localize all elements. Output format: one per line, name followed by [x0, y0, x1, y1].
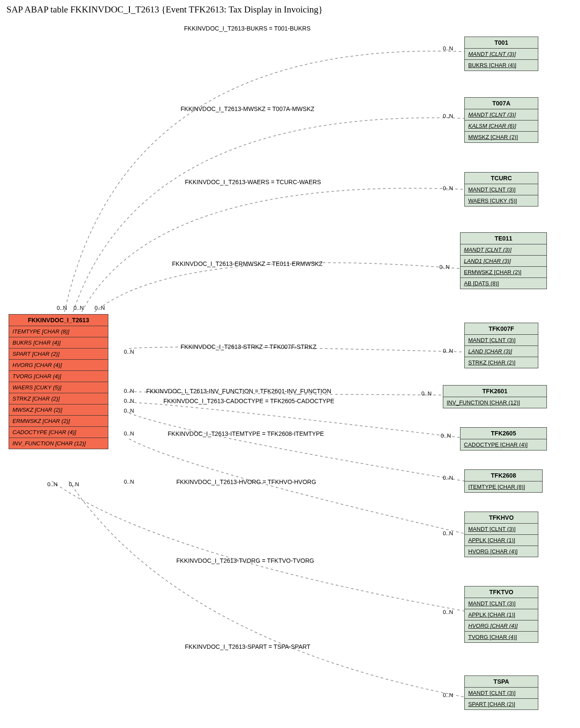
field: ITEMTYPE [CHAR (8)] [465, 481, 542, 492]
entity-header: T001 [465, 37, 538, 49]
field: STRKZ [CHAR (2)] [9, 393, 108, 404]
entity-header: TE011 [460, 233, 546, 244]
field: HVORG [CHAR (4)] [465, 620, 538, 632]
cardinality: 0..N [443, 348, 453, 354]
field: MANDT [CLNT (3)] [465, 49, 538, 60]
cardinality: 0..N [443, 609, 453, 615]
cardinality: 0..N [443, 692, 453, 698]
relation-label: FKKINVDOC_I_T2613-BUKRS = T001-BUKRS [184, 25, 310, 32]
field: WAERS [CUKY (5)] [9, 382, 108, 393]
field: SPART [CHAR (2)] [465, 699, 538, 709]
cardinality: 0..N [69, 481, 79, 487]
relation-label: FKKINVDOC_I_T2613-INV_FUNCTION = TFK2601… [146, 388, 331, 395]
cardinality: 0..N [124, 430, 134, 437]
field: LAND [CHAR (3)] [465, 346, 538, 357]
entity-tfk007f: TFK007F MANDT [CLNT (3)] LAND [CHAR (3)]… [464, 323, 538, 368]
entity-header: TFK2608 [465, 470, 542, 481]
entity-tcurc: TCURC MANDT [CLNT (3)] WAERS [CUKY (5)] [464, 172, 538, 207]
entity-tfk2601: TFK2601 INV_FUNCTION [CHAR (12)] [443, 385, 547, 408]
entity-header: TCURC [465, 173, 538, 184]
relation-label: FKKINVDOC_I_T2613-SPART = TSPA-SPART [185, 643, 310, 650]
cardinality: 0..N [443, 45, 453, 52]
field: LAND1 [CHAR (3)] [460, 256, 546, 267]
cardinality: 0..N [47, 481, 58, 487]
field: MANDT [CLNT (3)] [465, 109, 538, 120]
cardinality: 0..N [124, 398, 134, 404]
entity-te011: TE011 MANDT [CLNT (3)] LAND1 [CHAR (3)] … [460, 232, 547, 289]
page-title: SAP ABAP table FKKINVDOC_I_T2613 {Event … [4, 4, 580, 15]
field: ITEMTYPE [CHAR (8)] [9, 326, 108, 337]
cardinality: 0..N [124, 407, 134, 414]
relation-label: FKKINVDOC_I_T2613-CADOCTYPE = TFK2605-CA… [163, 398, 334, 404]
relation-label: FKKINVDOC_I_T2613-ERMWSKZ = TE011-ERMWSK… [172, 260, 322, 267]
cardinality: 0..N [443, 113, 453, 119]
cardinality: 0..N [124, 349, 134, 355]
relation-label: FKKINVDOC_I_T2613-ITEMTYPE = TFK2608-ITE… [168, 430, 324, 437]
entity-tfk2605: TFK2605 CADOCTYPE [CHAR (4)] [460, 427, 547, 450]
field: APPLK [CHAR (1)] [465, 609, 538, 620]
field: MANDT [CLNT (3)] [465, 524, 538, 535]
field: APPLK [CHAR (1)] [465, 535, 538, 546]
relation-label: FKKINVDOC_I_T2613-TVORG = TFKTVO-TVORG [176, 557, 314, 564]
entity-tfktvo: TFKTVO MANDT [CLNT (3)] APPLK [CHAR (1)]… [464, 586, 538, 643]
entity-header: TFK007F [465, 323, 538, 335]
field: WAERS [CUKY (5)] [465, 195, 538, 206]
relation-label: FKKINVDOC_I_T2613-MWSKZ = T007A-MWSKZ [181, 105, 314, 112]
field: MANDT [CLNT (3)] [465, 335, 538, 346]
field: SPART [CHAR (2)] [9, 349, 108, 360]
field: MWSKZ [CHAR (2)] [465, 132, 538, 142]
field: CADOCTYPE [CHAR (4)] [460, 439, 546, 450]
field: ERMWSKZ [CHAR (2)] [9, 416, 108, 427]
cardinality: 0..N [441, 432, 451, 439]
entity-t001: T001 MANDT [CLNT (3)] BUKRS [CHAR (4)] [464, 37, 538, 71]
entity-main-header: FKKINVDOC_I_T2613 [9, 315, 108, 326]
field: MANDT [CLNT (3)] [465, 688, 538, 699]
field: BUKRS [CHAR (4)] [9, 337, 108, 349]
cardinality: 0..N [439, 264, 450, 270]
entity-header: TFK2601 [443, 386, 546, 397]
cardinality: 0..N [95, 305, 105, 311]
field: AB [DATS (8)] [460, 278, 546, 289]
field: TVORG [CHAR (4)] [465, 632, 538, 642]
field: BUKRS [CHAR (4)] [465, 60, 538, 71]
entity-tfk2608: TFK2608 ITEMTYPE [CHAR (8)] [464, 469, 543, 493]
field: CADOCTYPE [CHAR (4)] [9, 427, 108, 438]
field: MWSKZ [CHAR (2)] [9, 404, 108, 416]
field: MANDT [CLNT (3)] [465, 184, 538, 195]
cardinality: 0..N [443, 475, 453, 481]
entity-main: FKKINVDOC_I_T2613 ITEMTYPE [CHAR (8)] BU… [9, 314, 108, 449]
field: MANDT [CLNT (3)] [465, 598, 538, 609]
entity-tspa: TSPA MANDT [CLNT (3)] SPART [CHAR (2)] [464, 676, 538, 710]
cardinality: 0..N [74, 305, 84, 311]
entity-header: TFKHVO [465, 512, 538, 524]
field: MANDT [CLNT (3)] [460, 244, 546, 256]
field: HVORG [CHAR (4)] [9, 360, 108, 371]
relation-label: FKKINVDOC_I_T2613-HVORG = TFKHVO-HVORG [176, 478, 316, 485]
entity-header: TSPA [465, 676, 538, 688]
field: INV_FUNCTION [CHAR (12)] [9, 438, 108, 449]
er-diagram: FKKINVDOC_I_T2613 ITEMTYPE [CHAR (8)] BU… [4, 17, 576, 728]
cardinality: 0..N [124, 388, 134, 394]
field: STRKZ [CHAR (2)] [465, 357, 538, 368]
relation-label: FKKINVDOC_I_T2613-STRKZ = TFK007F-STRKZ [181, 343, 316, 350]
cardinality: 0..N [443, 530, 453, 537]
cardinality: 0..N [421, 390, 432, 397]
field: HVORG [CHAR (4)] [465, 546, 538, 557]
field: TVORG [CHAR (4)] [9, 371, 108, 382]
cardinality: 0..N [124, 478, 134, 485]
entity-header: TFKTVO [465, 586, 538, 598]
relation-label: FKKINVDOC_I_T2613-WAERS = TCURC-WAERS [185, 179, 321, 185]
field: ERMWSKZ [CHAR (2)] [460, 267, 546, 278]
entity-header: T007A [465, 98, 538, 109]
field: KALSM [CHAR (6)] [465, 120, 538, 132]
cardinality: 0..N [57, 305, 67, 311]
field: INV_FUNCTION [CHAR (12)] [443, 397, 546, 408]
entity-tfkhvo: TFKHVO MANDT [CLNT (3)] APPLK [CHAR (1)]… [464, 512, 538, 557]
entity-header: TFK2605 [460, 428, 546, 439]
cardinality: 0..N [443, 185, 453, 191]
entity-t007a: T007A MANDT [CLNT (3)] KALSM [CHAR (6)] … [464, 97, 538, 143]
